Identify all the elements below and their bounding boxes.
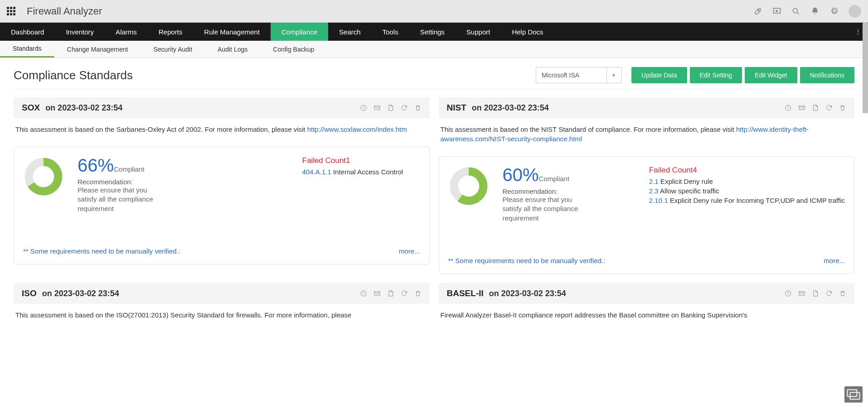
svg-rect-16: [799, 292, 805, 295]
pdf-icon[interactable]: [812, 104, 819, 111]
failed-item: 2.10.1 Explicit Deny rule For Incoming T…: [649, 196, 845, 205]
presentation-icon[interactable]: [772, 7, 781, 16]
failed-id-link[interactable]: 2.3: [649, 187, 659, 195]
trash-icon[interactable]: [839, 290, 846, 297]
trash-icon[interactable]: [414, 104, 422, 111]
compliance-card-basel-ii: BASEL-II on 2023-03-02 23:54 Firewall An…: [439, 283, 855, 326]
clock-icon[interactable]: [360, 290, 367, 297]
sub-nav: StandardsChange ManagementSecurity Audit…: [0, 41, 868, 58]
device-select[interactable]: Microsoft ISA ▼: [536, 67, 622, 83]
failed-id-link[interactable]: 404.A.1.1: [302, 168, 331, 176]
recommendation-title: Recommendation:: [78, 178, 168, 186]
device-selected-value: Microsoft ISA: [542, 72, 579, 79]
pdf-icon[interactable]: [812, 290, 819, 297]
recommendation-title: Recommendation:: [503, 187, 593, 195]
nav-settings[interactable]: Settings: [409, 23, 456, 41]
subnav-change-management[interactable]: Change Management: [54, 41, 141, 58]
subnav-security-audit[interactable]: Security Audit: [141, 41, 205, 58]
card-date: on 2023-03-02 23:54: [45, 103, 122, 113]
nav-alarms[interactable]: Alarms: [105, 23, 148, 41]
nav-search[interactable]: Search: [328, 23, 372, 41]
notifications-button[interactable]: Notifications: [800, 67, 854, 83]
svg-rect-4: [374, 106, 380, 110]
refresh-icon[interactable]: [825, 290, 833, 297]
page-title: Compliance Standards: [14, 68, 536, 82]
nav-dashboard[interactable]: Dashboard: [0, 23, 55, 41]
subnav-standards[interactable]: Standards: [0, 41, 54, 58]
gear-icon[interactable]: [829, 7, 839, 16]
trash-icon[interactable]: [414, 290, 422, 297]
failed-item: 404.A.1.1 Internal Access Control: [302, 167, 420, 177]
pdf-icon[interactable]: [387, 290, 394, 297]
verify-note: ** Some requirements need to be manually…: [23, 247, 180, 255]
subnav-config-backup[interactable]: Config Backup: [260, 41, 327, 58]
card-header: BASEL-II on 2023-03-02 23:54: [439, 283, 855, 304]
mail-icon[interactable]: [373, 290, 381, 297]
avatar[interactable]: [849, 5, 861, 18]
card-date: on 2023-03-02 23:54: [42, 289, 119, 298]
scrollbar[interactable]: [863, 23, 868, 113]
apps-grid-icon[interactable]: [7, 7, 15, 15]
compliance-card-nist: NIST on 2023-03-02 23:54 This assessment…: [439, 97, 855, 274]
svg-point-7: [36, 169, 51, 184]
failed-count-title: Failed Count4: [649, 166, 845, 175]
edit-widget-button[interactable]: Edit Widget: [745, 67, 797, 83]
card-date: on 2023-03-02 23:54: [472, 103, 549, 113]
bell-icon[interactable]: [810, 7, 820, 16]
svg-rect-9: [799, 106, 805, 110]
card-title: NIST: [447, 103, 466, 113]
more-link[interactable]: more...: [824, 257, 845, 264]
compliance-donut-chart: [448, 166, 489, 223]
card-description: Firewall Analyzer Basel-II compliance re…: [439, 304, 855, 326]
card-description: This assessment is based on the Sarbanes…: [14, 118, 430, 140]
card-header: ISO on 2023-03-02 23:54: [14, 283, 430, 304]
card-title: BASEL-II: [447, 288, 484, 298]
failed-id-link[interactable]: 2.1: [649, 178, 659, 185]
compliant-label: Compliant: [539, 175, 570, 182]
recommendation-text: Please ensure that you satisfy all the c…: [503, 195, 593, 223]
verify-note: ** Some requirements need to be manually…: [448, 257, 606, 264]
compliance-percent: 60%: [503, 165, 539, 185]
clock-icon[interactable]: [785, 290, 792, 297]
info-link[interactable]: http://www.soxlaw.com/index.htm: [307, 125, 407, 133]
app-title: Firewall Analyzer: [27, 5, 102, 17]
nav-inventory[interactable]: Inventory: [55, 23, 105, 41]
compliance-card-sox: SOX on 2023-03-02 23:54 This assessment …: [14, 97, 430, 274]
nav-compliance[interactable]: Compliance: [271, 23, 328, 41]
refresh-icon[interactable]: [825, 104, 833, 111]
svg-point-12: [461, 179, 475, 193]
card-title: ISO: [22, 288, 37, 298]
main-nav: DashboardInventoryAlarmsReportsRule Mana…: [0, 23, 868, 41]
compliance-donut-chart: [23, 156, 64, 213]
nav-help-docs[interactable]: Help Docs: [501, 23, 554, 41]
more-link[interactable]: more...: [399, 247, 420, 255]
failed-id-link[interactable]: 2.10.1: [649, 197, 668, 204]
rocket-icon[interactable]: [753, 7, 762, 16]
card-header: SOX on 2023-03-02 23:54: [14, 97, 430, 118]
nav-tools[interactable]: Tools: [372, 23, 409, 41]
refresh-icon[interactable]: [401, 104, 408, 111]
mail-icon[interactable]: [798, 104, 805, 111]
nav-support[interactable]: Support: [456, 23, 501, 41]
refresh-icon[interactable]: [401, 290, 408, 297]
svg-rect-14: [374, 292, 380, 295]
svg-point-2: [793, 8, 797, 13]
pdf-icon[interactable]: [387, 104, 394, 111]
card-body: 66%Compliant Recommendation: Please ensu…: [14, 147, 430, 264]
mail-icon[interactable]: [373, 104, 381, 111]
failed-count-title: Failed Count1: [302, 156, 420, 165]
search-icon[interactable]: [791, 7, 800, 16]
info-link[interactable]: http://www.identity-theft-awareness.com/…: [441, 125, 809, 143]
nav-rule-management[interactable]: Rule Management: [193, 23, 271, 41]
chevron-down-icon: ▼: [606, 67, 616, 83]
nav-reports[interactable]: Reports: [148, 23, 194, 41]
clock-icon[interactable]: [785, 104, 792, 111]
subnav-audit-logs[interactable]: Audit Logs: [205, 41, 260, 58]
recommendation-text: Please ensure that you satisfy all the c…: [78, 186, 168, 213]
update-data-button[interactable]: Update Data: [631, 67, 687, 83]
trash-icon[interactable]: [839, 104, 846, 111]
mail-icon[interactable]: [798, 290, 805, 297]
card-description: This assessment is based on the ISO(2700…: [14, 304, 430, 326]
clock-icon[interactable]: [360, 104, 367, 111]
edit-setting-button[interactable]: Edit Setting: [690, 67, 742, 83]
